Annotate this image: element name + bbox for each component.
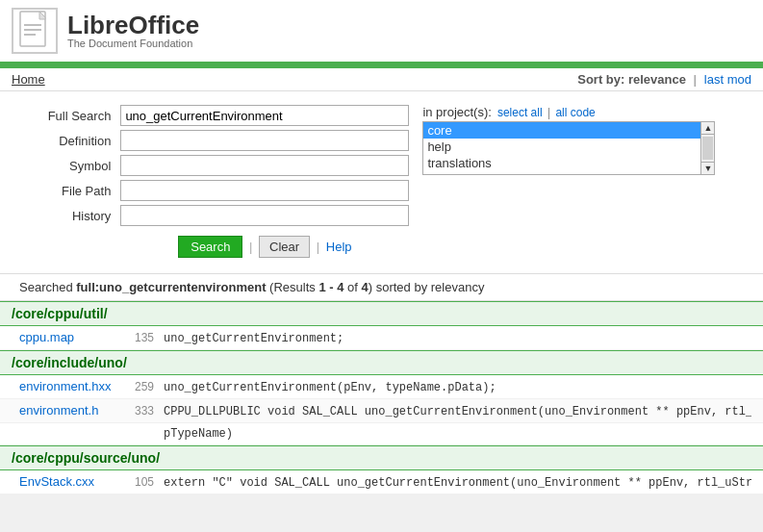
- logo-name: LibreOffice: [67, 13, 199, 38]
- pipe-sep: |: [547, 106, 553, 119]
- button-row: Search | Clear | Help: [44, 228, 720, 264]
- query-bold: full:uno_getcurrentenvironment: [76, 280, 266, 294]
- filepath-cell: [116, 178, 413, 203]
- filepath-input[interactable]: [120, 180, 409, 201]
- result-file-2[interactable]: environment.hxx: [19, 379, 115, 393]
- logo-icon: [12, 8, 58, 54]
- listbox-wrapper: core help translations ▲ ▼: [422, 121, 715, 175]
- btn-separator-1: |: [249, 240, 252, 254]
- summary-suffix: (Results 1 - 4 of 4) sorted by relevancy: [269, 280, 484, 294]
- definition-cell: [116, 128, 413, 153]
- all-code-link[interactable]: all code: [555, 106, 595, 119]
- btn-separator-2: |: [317, 240, 319, 254]
- clear-button[interactable]: Clear: [259, 236, 310, 258]
- home-link[interactable]: Home: [12, 72, 45, 87]
- in-projects-label: in project(s):: [422, 105, 492, 119]
- logo-text: LibreOffice The Document Foundation: [67, 13, 199, 49]
- sort-relevance: relevance: [628, 72, 686, 87]
- result-code-3: CPPU_DLLPUBLIC void SAL_CALL uno_getCurr…: [164, 405, 751, 418]
- result-code-4: extern "C" void SAL_CALL uno_getCurrentE…: [164, 476, 751, 490]
- project-item-help[interactable]: help: [423, 139, 700, 155]
- result-summary: Searched full:uno_getcurrentenvironment …: [0, 274, 763, 301]
- button-cell: Search | Clear | Help: [116, 228, 413, 264]
- sort-lastmod-link[interactable]: last mod: [704, 72, 751, 87]
- definition-label: Definition: [44, 128, 117, 153]
- logo-tagline: The Document Foundation: [67, 38, 199, 49]
- definition-input[interactable]: [120, 130, 409, 151]
- scroll-down-btn[interactable]: ▼: [701, 162, 714, 174]
- filepath-label: File Path: [44, 178, 117, 203]
- btn-row: Search | Clear | Help: [120, 230, 409, 262]
- full-search-row: Full Search in project(s): select all | …: [44, 103, 720, 128]
- result-line-3: 333: [125, 404, 154, 418]
- result-code-2: uno_getCurrentEnvironment(pEnv, typeName…: [164, 381, 496, 394]
- section-header-1: /core/cppu/util/: [0, 301, 763, 326]
- result-file-1[interactable]: cppu.map: [19, 330, 115, 344]
- full-search-input[interactable]: [120, 105, 409, 126]
- symbol-label: Symbol: [44, 153, 117, 178]
- navbar: Home Sort by: relevance | last mod: [0, 68, 763, 91]
- result-row-3: environment.h 333 CPPU_DLLPUBLIC void SA…: [0, 399, 763, 423]
- projects-cell: in project(s): select all | all code cor…: [413, 103, 719, 228]
- help-link[interactable]: Help: [326, 240, 352, 254]
- select-links: select all | all code: [497, 106, 596, 119]
- result-file-3[interactable]: environment.h: [19, 403, 115, 418]
- select-all-link[interactable]: select all: [497, 106, 543, 119]
- result-row-1: cppu.map 135 uno_getCurrentEnvironment;: [0, 326, 763, 350]
- search-table: Full Search in project(s): select all | …: [44, 103, 720, 264]
- result-line-4: 105: [125, 475, 154, 489]
- search-button[interactable]: Search: [178, 236, 242, 258]
- section-header-3: /core/cppu/source/uno/: [0, 445, 763, 470]
- logo-prefix: Libre: [67, 11, 129, 39]
- results-area: /core/cppu/util/ cppu.map 135 uno_getCur…: [0, 301, 763, 494]
- section-header-2: /core/include/uno/: [0, 350, 763, 375]
- symbol-input[interactable]: [120, 155, 409, 176]
- symbol-cell: [116, 153, 413, 178]
- scroll-up-btn[interactable]: ▲: [701, 122, 714, 135]
- history-label: History: [44, 203, 117, 228]
- result-row-4: EnvStack.cxx 105 extern "C" void SAL_CAL…: [0, 470, 763, 494]
- app-header: LibreOffice The Document Foundation: [0, 0, 763, 64]
- section-link-3[interactable]: /core/cppu/source/uno/: [12, 450, 160, 466]
- search-form: Full Search in project(s): select all | …: [0, 91, 763, 274]
- full-search-label: Full Search: [44, 103, 117, 128]
- project-item-translations[interactable]: translations: [423, 155, 700, 171]
- result-row-3b: pTypeName): [0, 423, 763, 445]
- sort-separator: |: [694, 72, 698, 87]
- listbox-scrollbar: ▲ ▼: [701, 121, 715, 175]
- logo-bold: Office: [129, 11, 200, 39]
- sort-bar: Sort by: relevance | last mod: [577, 72, 751, 87]
- result-code-1: uno_getCurrentEnvironment;: [164, 332, 343, 345]
- sort-label: Sort by:: [577, 72, 624, 87]
- result-file-4[interactable]: EnvStack.cxx: [19, 474, 115, 489]
- result-line-1: 135: [125, 331, 154, 344]
- section-link-1[interactable]: /core/cppu/util/: [12, 306, 108, 321]
- summary-prefix: Searched: [19, 280, 73, 294]
- history-cell: [116, 203, 413, 228]
- section-link-2[interactable]: /core/include/uno/: [12, 355, 127, 370]
- history-input[interactable]: [120, 205, 409, 226]
- project-listbox[interactable]: core help translations: [422, 121, 701, 175]
- project-item-core[interactable]: core: [423, 122, 700, 139]
- full-search-cell: [116, 103, 413, 128]
- result-code-3b: pTypeName): [164, 427, 233, 441]
- result-line-2: 259: [125, 380, 154, 393]
- result-row-2: environment.hxx 259 uno_getCurrentEnviro…: [0, 375, 763, 399]
- scroll-thumb: [702, 137, 713, 160]
